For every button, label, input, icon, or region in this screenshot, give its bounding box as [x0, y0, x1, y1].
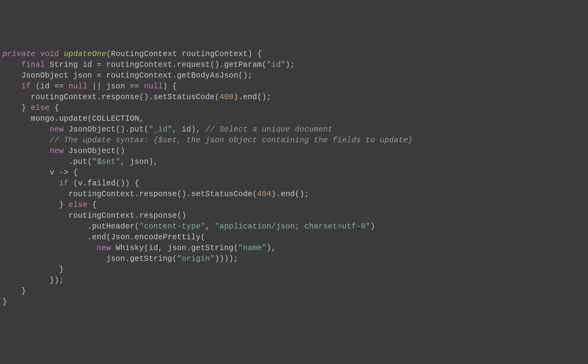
paren-close: )	[248, 50, 252, 59]
string-content-type: "content-type"	[139, 222, 205, 231]
keyword-if: if	[21, 82, 31, 91]
keyword-private: private	[2, 50, 35, 59]
call-get-string-2: getString	[130, 254, 172, 263]
const-collection: COLLECTION	[92, 114, 139, 123]
call-put-2: put	[73, 157, 88, 166]
type-string: String	[50, 60, 78, 69]
var-json-arg-2: json	[168, 244, 186, 253]
type-routing-context: RoutingContext	[111, 50, 177, 59]
var-json: json	[73, 71, 92, 80]
keyword-new-3: new	[97, 244, 111, 253]
keyword-new-2: new	[50, 147, 64, 156]
call-response-2: response	[139, 190, 177, 199]
call-response-3: response	[139, 211, 177, 220]
var-routing-context-2: routingContext	[106, 71, 172, 80]
call-put-header: putHeader	[92, 222, 135, 231]
keyword-void: void	[40, 50, 59, 59]
type-json: Json	[111, 233, 130, 242]
call-failed: failed	[88, 179, 116, 188]
call-set-status-code: setStatusCode	[153, 93, 215, 102]
call-get-string-1: getString	[191, 244, 234, 253]
string-set: "$set"	[92, 157, 120, 166]
code-block: private void updateOne(RoutingContext ro…	[2, 49, 586, 307]
call-set-status-code-2: setStatusCode	[191, 190, 252, 199]
call-response: response	[101, 93, 139, 102]
type-json-object-3: JsonObject	[68, 147, 116, 156]
equals: =	[97, 60, 101, 69]
var-id-arg-2: id	[149, 244, 158, 253]
string-origin: "origin"	[177, 254, 214, 263]
type-json-object: JsonObject	[21, 71, 68, 80]
var-routing-context-5: routingContext	[68, 211, 134, 220]
paren-open: (	[106, 50, 111, 59]
var-routing-context-3: routingContext	[31, 93, 97, 102]
call-end-2: end	[281, 190, 295, 199]
keyword-else-2: else	[68, 200, 87, 209]
var-json-arg: json	[130, 157, 149, 166]
keyword-else: else	[31, 103, 50, 112]
string-id: "id"	[267, 60, 285, 69]
param-routing-context: routingContext	[182, 50, 248, 59]
var-id: id	[83, 60, 92, 69]
arrow: ->	[59, 168, 69, 177]
number-400: 400	[219, 93, 234, 102]
var-v-2: v	[78, 179, 83, 188]
call-end-3: end	[92, 233, 106, 242]
var-mongo: mongo	[31, 114, 55, 123]
keyword-new-1: new	[50, 125, 64, 134]
var-id-check: id	[40, 82, 50, 91]
number-404: 404	[257, 190, 271, 199]
comment-select: // Select a unique document	[205, 125, 333, 134]
var-id-arg: id	[182, 125, 191, 134]
call-request: request	[177, 60, 210, 69]
string-app-json: "application/json; charset=utf-8"	[215, 222, 370, 231]
call-get-param: getParam	[224, 60, 262, 69]
var-routing-context-4: routingContext	[68, 190, 134, 199]
comment-update-syntax: // The update syntax: {$set, the json ob…	[50, 136, 413, 145]
var-json-arg-3: json	[106, 254, 125, 263]
type-json-object-2: JsonObject	[68, 125, 116, 134]
null-2: null	[144, 82, 163, 91]
method-name: updateOne	[64, 50, 106, 59]
call-update: update	[59, 114, 88, 123]
keyword-if-2: if	[59, 179, 69, 188]
var-routing-context: routingContext	[106, 60, 172, 69]
call-put-1: put	[130, 125, 144, 134]
string-name: "name"	[238, 244, 267, 253]
var-json-check: json	[106, 82, 125, 91]
string-underscore-id: "_id"	[149, 125, 172, 134]
type-whisky: Whisky	[116, 244, 144, 253]
null-1: null	[68, 82, 87, 91]
keyword-final: final	[21, 60, 45, 69]
brace-open: {	[257, 50, 262, 59]
call-end: end	[243, 93, 257, 102]
call-get-body-as-json: getBodyAsJson	[177, 71, 238, 80]
call-encode-prettily: encodePrettily	[135, 233, 201, 242]
var-v: v	[50, 168, 54, 177]
